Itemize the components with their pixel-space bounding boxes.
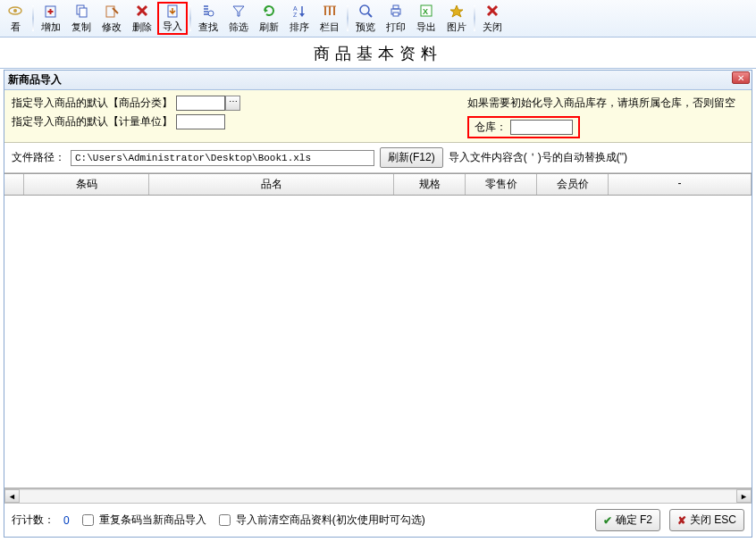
search-icon xyxy=(200,3,216,19)
plus-icon xyxy=(43,3,59,19)
svg-text:X: X xyxy=(423,7,428,16)
toolbar-image-button[interactable]: 图片 xyxy=(441,2,472,35)
col-retail[interactable]: 零售价 xyxy=(466,174,537,195)
toolbar-label: 栏目 xyxy=(320,21,340,34)
unit-input[interactable] xyxy=(176,114,225,129)
clear-checkbox-wrap[interactable]: 导入前清空商品资料(初次使用时可勾选) xyxy=(215,512,425,529)
warehouse-label: 仓库： xyxy=(475,120,507,135)
warehouse-input[interactable] xyxy=(510,120,573,135)
path-label: 文件路径： xyxy=(12,150,65,165)
scroll-right-button[interactable]: ► xyxy=(736,489,752,503)
preview-icon xyxy=(357,3,374,19)
refresh-icon xyxy=(261,3,277,19)
toolbar-label: 关闭 xyxy=(483,21,502,34)
col-barcode[interactable]: 条码 xyxy=(24,174,149,195)
print-icon xyxy=(388,3,404,19)
col-spec[interactable]: 规格 xyxy=(394,174,466,195)
rowcount-value: 0 xyxy=(63,514,70,527)
form-area: 指定导入商品的默认【商品分类】 ⋯ 指定导入商品的默认【计量单位】 如果需要初始… xyxy=(4,90,752,143)
sort-icon: AZ xyxy=(291,3,307,19)
warehouse-highlight: 仓库： xyxy=(467,116,580,138)
toolbar-copy-button[interactable]: 复制 xyxy=(66,2,97,35)
toolbar-filter-button[interactable]: 筛选 xyxy=(223,2,254,35)
svg-line-8 xyxy=(113,8,118,13)
toolbar-print-button[interactable]: 打印 xyxy=(381,2,411,35)
export-xls-icon: X xyxy=(418,3,434,19)
toolbar-label: 删除 xyxy=(132,21,152,34)
eye-icon xyxy=(7,3,23,19)
toolbar-label: 复制 xyxy=(71,21,91,34)
ok-label: 确定 F2 xyxy=(616,513,652,528)
filter-icon xyxy=(231,3,247,19)
col-name[interactable]: 品名 xyxy=(149,174,394,195)
copy-icon xyxy=(73,3,89,19)
dialog-title: 新商品导入 xyxy=(8,72,62,88)
toolbar-label: 增加 xyxy=(41,21,61,34)
clear-checkbox[interactable] xyxy=(219,514,231,526)
toolbar-import-button[interactable]: 导入 xyxy=(157,2,188,35)
toolbar-export-xls-button[interactable]: X导出 xyxy=(411,2,441,35)
dup-checkbox-wrap[interactable]: 重复条码当新商品导入 xyxy=(79,512,206,529)
ok-button[interactable]: ✔ 确定 F2 xyxy=(595,509,660,531)
svg-line-24 xyxy=(368,13,372,17)
scroll-left-button[interactable]: ◄ xyxy=(4,489,20,503)
grid-body[interactable] xyxy=(4,196,752,488)
cancel-button[interactable]: ✘ 关闭 ESC xyxy=(669,509,744,531)
toolbar-label: 导出 xyxy=(416,21,436,34)
path-hint: 导入文件内容含(＇)号的自动替换成(") xyxy=(449,150,627,165)
col-rowhandle[interactable] xyxy=(4,174,24,195)
x-red-icon xyxy=(134,3,150,19)
unit-label: 指定导入商品的默认【计量单位】 xyxy=(12,114,172,129)
horizontal-scrollbar[interactable]: ◄ ► xyxy=(4,488,752,504)
svg-point-23 xyxy=(360,5,369,14)
toolbar-eye-button[interactable]: 看 xyxy=(0,2,30,35)
toolbar-label: 图片 xyxy=(447,21,466,34)
edit-icon xyxy=(104,3,120,19)
toolbar-columns-button[interactable]: 栏目 xyxy=(315,2,345,35)
col-member[interactable]: 会员价 xyxy=(537,174,609,195)
toolbar-edit-button[interactable]: 修改 xyxy=(97,2,127,35)
svg-marker-14 xyxy=(265,8,268,13)
toolbar-preview-button[interactable]: 预览 xyxy=(350,2,381,35)
toolbar-label: 刷新 xyxy=(259,21,279,34)
columns-icon xyxy=(322,3,338,19)
svg-marker-18 xyxy=(299,13,305,17)
toolbar-close-x-button[interactable]: 关闭 xyxy=(477,2,508,35)
cancel-label: 关闭 ESC xyxy=(690,513,736,528)
toolbar-label: 查找 xyxy=(198,21,218,34)
category-label: 指定导入商品的默认【商品分类】 xyxy=(12,96,172,111)
dialog-titlebar: 新商品导入 ✕ xyxy=(4,71,752,90)
dup-checkbox[interactable] xyxy=(82,514,94,526)
refresh-button[interactable]: 刷新(F12) xyxy=(380,147,443,168)
file-path-input[interactable] xyxy=(71,150,374,166)
svg-rect-27 xyxy=(393,13,399,16)
toolbar-separator xyxy=(189,5,191,31)
toolbar-label: 导入 xyxy=(163,20,182,33)
clear-checkbox-label: 导入前清空商品资料(初次使用时可勾选) xyxy=(236,513,425,528)
check-icon: ✔ xyxy=(603,514,612,527)
toolbar-separator xyxy=(347,5,349,31)
toolbar-separator xyxy=(32,5,34,31)
svg-point-1 xyxy=(13,9,17,13)
toolbar-refresh-button[interactable]: 刷新 xyxy=(254,2,284,35)
toolbar-label: 看 xyxy=(11,21,21,34)
toolbar-label: 排序 xyxy=(290,21,309,34)
image-icon xyxy=(449,3,465,19)
toolbar-plus-button[interactable]: 增加 xyxy=(36,2,66,35)
rowcount-label: 行计数： xyxy=(12,513,55,528)
svg-rect-6 xyxy=(80,8,87,17)
category-browse-button[interactable]: ⋯ xyxy=(225,96,240,111)
toolbar-label: 修改 xyxy=(102,21,122,34)
toolbar-sort-button[interactable]: AZ排序 xyxy=(284,2,315,35)
scroll-track[interactable] xyxy=(20,489,736,503)
category-input[interactable] xyxy=(176,96,225,111)
svg-text:A: A xyxy=(293,5,298,12)
svg-point-12 xyxy=(208,11,214,16)
toolbar-search-button[interactable]: 查找 xyxy=(193,2,223,35)
dialog-close-button[interactable]: ✕ xyxy=(732,71,750,84)
toolbar-separator xyxy=(474,5,475,31)
toolbar-x-red-button[interactable]: 删除 xyxy=(127,2,157,35)
svg-marker-13 xyxy=(233,6,244,16)
col-dash[interactable]: - xyxy=(609,174,752,195)
page-title: 商品基本资料 xyxy=(0,38,756,69)
